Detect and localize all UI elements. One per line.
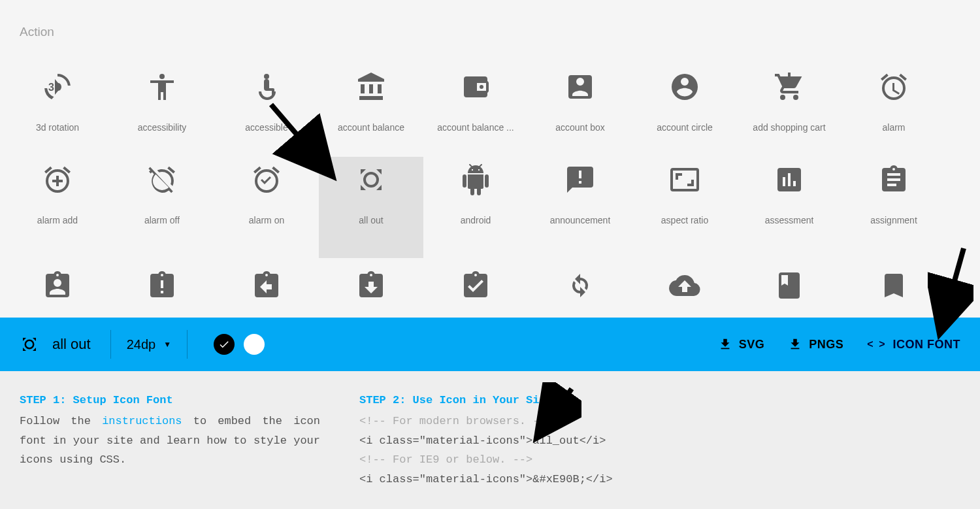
assignment-late-icon — [146, 270, 178, 301]
svg-point-2 — [264, 74, 269, 79]
icon-label: add shopping cart — [753, 122, 825, 133]
icon-cell-add-shopping-cart[interactable]: add shopping cart — [737, 56, 841, 157]
icon-cell-alarm-off[interactable]: alarm off — [110, 157, 214, 258]
icon-cell-android[interactable]: android — [423, 157, 528, 258]
android-icon — [460, 164, 491, 195]
svg-point-1 — [159, 74, 165, 79]
selected-icon-preview — [20, 335, 39, 354]
icon-cell-aspect-ratio[interactable]: aspect ratio — [632, 157, 737, 258]
icon-label: assessment — [765, 215, 814, 225]
icon-cell-bookmark[interactable] — [841, 258, 946, 317]
icon-cell-backup[interactable] — [632, 258, 737, 317]
backup-icon — [669, 270, 700, 301]
check-icon — [218, 338, 230, 350]
icon-label: accessible — [245, 122, 287, 133]
icon-label: account balance — [338, 122, 404, 133]
assignment-icon — [878, 164, 909, 195]
icon-cell-alarm-add[interactable]: alarm add — [5, 157, 110, 258]
assignment-returned-icon — [355, 270, 387, 301]
icon-label: announcement — [550, 215, 611, 225]
icon-label: assignment — [870, 215, 917, 225]
icon-cell-accessibility[interactable]: accessibility — [110, 56, 214, 157]
color-light-swatch[interactable] — [244, 334, 265, 355]
announcement-icon — [564, 164, 596, 195]
icon-label: aspect ratio — [661, 215, 708, 225]
chevron-down-icon: ▼ — [163, 340, 171, 349]
icon-cell-alarm[interactable]: alarm — [841, 56, 946, 157]
icon-cell-book[interactable] — [737, 258, 841, 317]
icon-cell-assignment-late[interactable] — [110, 258, 214, 317]
step1-body: Follow the instructions to embed the ico… — [20, 412, 320, 470]
icon-cell-announcement[interactable]: announcement — [528, 157, 632, 258]
icon-cell-alarm-on[interactable]: alarm on — [214, 157, 319, 258]
icon-cell-assignment[interactable]: assignment — [841, 157, 946, 258]
icon-cell-assignment-turned-in[interactable] — [423, 258, 528, 317]
instructions-panel: STEP 1: Setup Icon Font Follow the instr… — [0, 371, 980, 509]
account-balance-wallet-icon — [460, 71, 491, 103]
3d-rotation-icon: 3D — [42, 71, 73, 103]
assessment-icon — [774, 164, 805, 195]
icon-cell-account-balance[interactable]: account balance — [319, 56, 423, 157]
icon-cell-assignment-ind[interactable] — [5, 258, 110, 317]
alarm-icon — [878, 71, 909, 103]
icon-label: alarm add — [37, 215, 78, 225]
icon-cell-assessment[interactable]: assessment — [737, 157, 841, 258]
icon-cell-assignment-return[interactable] — [214, 258, 319, 317]
download-icon — [718, 337, 732, 352]
icon-label: alarm off — [144, 215, 180, 225]
icon-cell-all-out[interactable]: all out — [319, 157, 423, 258]
download-svg-button[interactable]: SVG — [718, 337, 765, 352]
icon-label: alarm — [882, 122, 905, 133]
icon-label: 3d rotation — [36, 122, 79, 133]
icon-label: alarm on — [249, 215, 284, 225]
accessibility-icon — [146, 71, 178, 103]
icon-label: account circle — [657, 122, 713, 133]
account-box-icon — [564, 71, 596, 103]
code-comment: <!-- For modern browsers. --> — [359, 412, 660, 431]
icon-cell-account-box[interactable]: account box — [528, 56, 632, 157]
assignment-turned-in-icon — [460, 270, 491, 301]
download-svg-label: SVG — [739, 338, 765, 352]
download-pngs-button[interactable]: PNGS — [788, 337, 843, 352]
instructions-link[interactable]: instructions — [102, 415, 182, 427]
icon-cell-3d-rotation[interactable]: 3D 3d rotation — [5, 56, 110, 157]
icon-cell-accessible[interactable]: accessible — [214, 56, 319, 157]
icon-cell-account-balance-wallet[interactable]: account balance ... — [423, 56, 528, 157]
download-icon — [788, 337, 802, 352]
icon-grid: 3D 3d rotation accessibility accessible … — [0, 56, 980, 317]
step2-heading: STEP 2: Use Icon in Your Site — [359, 391, 660, 410]
icon-label: account box — [555, 122, 605, 133]
account-balance-icon — [355, 71, 387, 103]
icon-label: android — [461, 215, 491, 225]
alarm-off-icon — [146, 164, 178, 195]
download-pngs-label: PNGS — [809, 338, 843, 352]
icon-cell-account-circle[interactable]: account circle — [632, 56, 737, 157]
assignment-ind-icon — [42, 270, 73, 301]
icon-font-button[interactable]: < > ICON FONT — [867, 338, 960, 352]
icon-cell-assignment-returned[interactable] — [319, 258, 423, 317]
autorenew-icon — [564, 270, 596, 301]
bookmark-icon — [878, 270, 909, 301]
alarm-on-icon — [251, 164, 282, 195]
icon-label: accessibility — [138, 122, 187, 133]
add-shopping-cart-icon — [774, 71, 805, 103]
code-comment: <!-- For IE9 or below. --> — [359, 450, 660, 470]
selection-toolbar: all out 24dp ▼ SVG PNGS < > ICON FONT — [0, 318, 980, 371]
icon-cell-autorenew[interactable] — [528, 258, 632, 317]
icon-label: account balance ... — [437, 122, 514, 133]
accessible-icon — [251, 71, 282, 103]
code-snippet-modern: <i class="material-icons">all_out</i> — [359, 431, 660, 451]
category-heading: Action — [20, 25, 54, 39]
aspect-ratio-icon — [669, 164, 700, 195]
size-dropdown[interactable]: 24dp ▼ — [110, 330, 188, 359]
all-out-icon — [355, 164, 387, 195]
color-dark-swatch[interactable] — [214, 334, 235, 355]
selected-icon-name: all out — [52, 336, 91, 353]
book-icon — [774, 270, 805, 301]
alarm-add-icon — [42, 164, 73, 195]
icon-label: all out — [359, 215, 383, 225]
step1-heading: STEP 1: Setup Icon Font — [20, 391, 320, 410]
account-circle-icon — [669, 71, 700, 103]
svg-text:3D: 3D — [48, 82, 61, 93]
icon-font-label: ICON FONT — [893, 338, 961, 352]
